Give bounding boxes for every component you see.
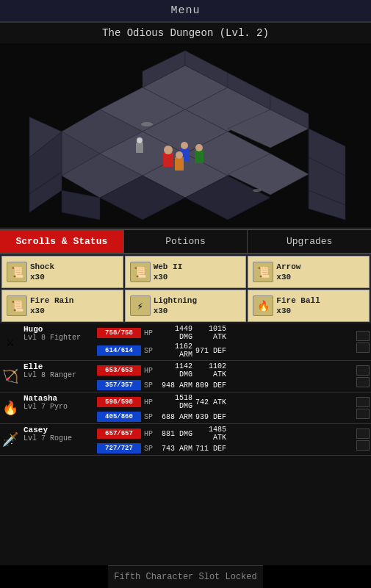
hugo-hp-label: HP xyxy=(144,329,159,337)
casey-hp-row: 657/657 HP 881 DMG 1485 ATK xyxy=(97,426,352,442)
elle-box-1 xyxy=(356,365,370,376)
item-fireball[interactable]: 🔥 Fire Ball x30 xyxy=(248,290,370,322)
natasha-sprite: 🔥 xyxy=(2,395,18,420)
char-row-hugo: ⚔️ Hugo Lvl 8 Fighter 758/758 HP 1449 DM… xyxy=(0,323,371,361)
casey-arm: 743 ARM xyxy=(162,445,192,453)
elle-sp-label: SP xyxy=(144,381,159,390)
locked-slot: Fifth Character Slot Locked xyxy=(108,565,262,588)
elle-atk: 1102 ATK xyxy=(195,362,226,379)
svg-rect-32 xyxy=(175,157,184,171)
item-web2-label: Web II x30 xyxy=(154,262,183,283)
natasha-hp-row: 598/598 HP 1518 DMG 742 ATK xyxy=(97,394,352,410)
casey-dmg: 881 DMG xyxy=(162,430,192,438)
casey-atk: 1485 ATK xyxy=(195,426,226,442)
hugo-box-2 xyxy=(356,343,370,353)
hugo-sp-row: 614/614 SP 1162 ARM 971 DEF xyxy=(97,343,352,359)
lightning-icon: ⚡ xyxy=(130,295,151,316)
casey-name: Casey xyxy=(24,426,91,434)
svg-point-37 xyxy=(253,189,262,192)
casey-hp-bar: 657/657 xyxy=(97,429,141,439)
natasha-hp-label: HP xyxy=(144,398,159,406)
casey-sp-label: SP xyxy=(144,445,159,453)
elle-hp-label: HP xyxy=(144,367,159,375)
casey-sp-row: 727/727 SP 743 ARM 711 DEF xyxy=(97,443,352,453)
elle-def: 809 DEF xyxy=(195,381,226,390)
dungeon-view: The Odious Dungeon (Lvl. 2) xyxy=(0,23,371,229)
casey-box-2 xyxy=(356,440,370,451)
dungeon-canvas xyxy=(0,43,371,227)
firerain-icon: 📜 xyxy=(7,295,27,316)
item-shock-label: Shock x30 xyxy=(30,262,54,283)
hugo-info: Hugo Lvl 8 Fighter xyxy=(21,323,94,360)
hugo-boxes xyxy=(355,323,371,360)
char-row-casey: 🗡️ Casey Lvl 7 Rogue 657/657 HP 881 DMG … xyxy=(0,424,371,456)
web2-icon: 📜 xyxy=(130,262,151,282)
natasha-atk: 742 ATK xyxy=(195,398,226,406)
hugo-def: 971 DEF xyxy=(195,347,226,355)
elle-class: Lvl 8 Ranger xyxy=(24,371,91,379)
elle-box-2 xyxy=(356,377,370,387)
natasha-arm: 688 ARM xyxy=(162,413,192,421)
natasha-dmg: 1518 DMG xyxy=(162,394,192,410)
casey-sprite: 🗡️ xyxy=(2,427,18,452)
svg-point-36 xyxy=(141,122,153,126)
elle-dmg: 1142 DMG xyxy=(162,362,192,379)
elle-hp-row: 653/653 HP 1142 DMG 1102 ATK xyxy=(97,362,352,379)
hugo-class: Lvl 8 Fighter xyxy=(24,334,91,342)
elle-sp-bar: 357/357 xyxy=(97,380,141,390)
item-arrow[interactable]: 📜 Arrow x30 xyxy=(248,256,370,288)
hugo-name: Hugo xyxy=(24,325,91,334)
tab-upgrades[interactable]: Upgrades xyxy=(248,230,371,253)
casey-sp-bar: 727/727 xyxy=(97,443,141,453)
elle-name: Elle xyxy=(24,362,91,371)
hugo-stats: 758/758 HP 1449 DMG 1015 ATK 614/614 SP … xyxy=(94,323,355,360)
natasha-stats: 598/598 HP 1518 DMG 742 ATK 405/860 SP 6… xyxy=(94,392,355,423)
svg-rect-34 xyxy=(136,143,143,153)
natasha-box-2 xyxy=(356,409,370,419)
character-panel: ⚔️ Hugo Lvl 8 Fighter 758/758 HP 1449 DM… xyxy=(0,323,371,565)
svg-point-35 xyxy=(137,137,143,143)
natasha-def: 939 DEF xyxy=(195,413,226,421)
natasha-box-1 xyxy=(356,397,370,407)
dungeon-title: The Odious Dungeon (Lvl. 2) xyxy=(0,27,371,39)
natasha-hp-bar: 598/598 xyxy=(97,397,141,407)
elle-arm: 948 ARM xyxy=(162,381,192,390)
casey-boxes xyxy=(355,424,371,455)
fireball-icon: 🔥 xyxy=(253,295,273,316)
items-grid: 📜 Shock x30 📜 Web II x30 📜 Arrow x30 📜 F… xyxy=(0,254,371,323)
casey-icon-col: 🗡️ xyxy=(0,424,21,455)
casey-box-1 xyxy=(356,429,370,439)
item-firerain[interactable]: 📜 Fire Rain x30 xyxy=(1,290,123,322)
item-lightning[interactable]: ⚡ Lightning x30 xyxy=(125,290,247,322)
casey-def: 711 DEF xyxy=(195,445,226,453)
hugo-hp-row: 758/758 HP 1449 DMG 1015 ATK xyxy=(97,325,352,341)
elle-sp-row: 357/357 SP 948 ARM 809 DEF xyxy=(97,380,352,390)
natasha-icon-col: 🔥 xyxy=(0,392,21,423)
elle-boxes xyxy=(355,361,371,392)
casey-class: Lvl 7 Rogue xyxy=(24,434,91,442)
item-arrow-label: Arrow x30 xyxy=(276,262,300,283)
hugo-box-1 xyxy=(356,331,370,341)
svg-point-31 xyxy=(195,144,203,151)
natasha-sp-label: SP xyxy=(144,413,159,421)
menu-title: Menu xyxy=(170,4,200,17)
arrow-icon: 📜 xyxy=(253,262,273,282)
tab-potions[interactable]: Potions xyxy=(124,230,248,253)
tab-scrolls-status[interactable]: Scrolls & Status xyxy=(0,230,124,253)
svg-point-27 xyxy=(164,146,173,154)
item-web2[interactable]: 📜 Web II x30 xyxy=(125,256,247,288)
hugo-sp-bar: 614/614 xyxy=(97,345,141,356)
item-shock[interactable]: 📜 Shock x30 xyxy=(1,256,123,288)
casey-info: Casey Lvl 7 Rogue xyxy=(21,424,94,455)
casey-stats: 657/657 HP 881 DMG 1485 ATK 727/727 SP 7… xyxy=(94,424,355,455)
item-firerain-label: Fire Rain x30 xyxy=(30,295,73,317)
char-row-natasha: 🔥 Natasha Lvl 7 Pyro 598/598 HP 1518 DMG… xyxy=(0,392,371,424)
hugo-icon-col: ⚔️ xyxy=(0,323,21,360)
item-fireball-label: Fire Ball x30 xyxy=(276,295,320,317)
svg-point-29 xyxy=(181,142,188,149)
elle-sprite: 🏹 xyxy=(2,364,18,389)
elle-icon-col: 🏹 xyxy=(0,361,21,392)
natasha-name: Natasha xyxy=(24,394,91,403)
char-row-elle: 🏹 Elle Lvl 8 Ranger 653/653 HP 1142 DMG … xyxy=(0,361,371,392)
item-lightning-label: Lightning x30 xyxy=(154,295,197,317)
